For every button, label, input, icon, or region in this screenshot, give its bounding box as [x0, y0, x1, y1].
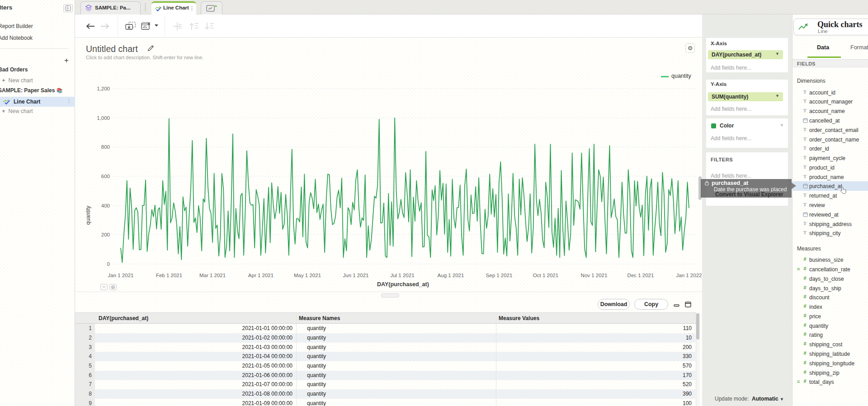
- svg-text:Sep 1 2021: Sep 1 2021: [486, 273, 513, 278]
- svg-text:1,200: 1,200: [97, 86, 110, 91]
- svg-text:Feb 1 2021: Feb 1 2021: [156, 273, 182, 278]
- svg-text:Mar 1 2021: Mar 1 2021: [199, 273, 226, 278]
- svg-text:Jun 1 2021: Jun 1 2021: [343, 273, 369, 278]
- svg-text:Oct 1 2021: Oct 1 2021: [533, 273, 558, 278]
- svg-text:400: 400: [101, 203, 110, 208]
- svg-text:0: 0: [107, 261, 110, 267]
- svg-text:Apr 1 2021: Apr 1 2021: [248, 273, 274, 278]
- svg-text:Jan 1 2022: Jan 1 2022: [676, 273, 702, 278]
- svg-text:Aug 1 2021: Aug 1 2021: [438, 273, 464, 278]
- svg-text:Jan 1 2021: Jan 1 2021: [108, 273, 134, 278]
- svg-text:Jul 1 2021: Jul 1 2021: [390, 273, 414, 278]
- svg-text:May 1 2021: May 1 2021: [294, 273, 321, 278]
- svg-text:600: 600: [101, 174, 110, 179]
- svg-text:Nov 1 2021: Nov 1 2021: [581, 273, 608, 278]
- svg-text:Dec 1 2021: Dec 1 2021: [627, 273, 654, 278]
- svg-text:800: 800: [101, 144, 110, 150]
- svg-text:200: 200: [101, 232, 110, 237]
- svg-text:1,000: 1,000: [97, 115, 110, 121]
